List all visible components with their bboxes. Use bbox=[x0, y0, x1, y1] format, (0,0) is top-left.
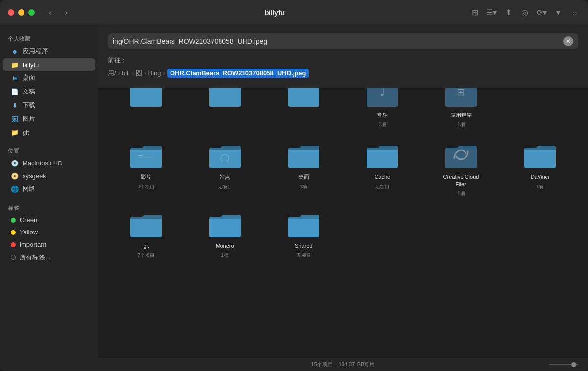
sidebar-label-all-tags: 所有标签... bbox=[20, 253, 50, 262]
goto-input-row: ✕ bbox=[108, 33, 578, 49]
goto-input[interactable] bbox=[113, 37, 564, 45]
sysgeek-icon: 📀 bbox=[11, 172, 19, 180]
git-folder-count: 7个项目 bbox=[138, 252, 155, 259]
file-item-git[interactable]: git 7个项目 bbox=[108, 205, 185, 263]
apps-folder-count: 1项 bbox=[457, 121, 465, 128]
more-button[interactable]: ▾ bbox=[553, 7, 564, 18]
sidebar-item-network[interactable]: 🌐 网络 bbox=[3, 182, 95, 196]
file-item-cache[interactable]: Cache 无项目 bbox=[344, 136, 421, 201]
sidebar-label-machd: Macintosh HD bbox=[23, 160, 63, 167]
search-button[interactable]: ⌕ bbox=[569, 7, 580, 18]
sites-folder-svg bbox=[207, 141, 243, 170]
git-folder-icon: 📁 bbox=[11, 128, 19, 136]
share-button[interactable]: ⬆ bbox=[503, 7, 514, 18]
minimize-button[interactable] bbox=[18, 9, 24, 16]
bc-item-bing[interactable]: Bing bbox=[148, 70, 161, 77]
all-tags-dot bbox=[11, 255, 16, 260]
sidebar-label-billyfu: billyfu bbox=[23, 61, 39, 69]
tag-button[interactable]: ◎ bbox=[519, 7, 530, 18]
svg-rect-0 bbox=[138, 155, 143, 156]
file-item-cc[interactable]: Creative Cloud Files 1项 bbox=[423, 136, 500, 201]
sidebar-label-git: git bbox=[23, 129, 29, 136]
goto-bar: ✕ 前往： 用/ › bill › 图 › Bing › OHR.ClamBea… bbox=[98, 25, 588, 88]
file-item-movies[interactable]: 影片 3个项目 bbox=[108, 136, 185, 201]
bc-item-bill[interactable]: bill bbox=[122, 70, 130, 77]
sidebar-item-machd[interactable]: 💿 Macintosh HD bbox=[3, 157, 95, 169]
shared-folder-name: Shared bbox=[295, 242, 312, 249]
sidebar-item-billyfu[interactable]: 📁 billyfu bbox=[3, 58, 95, 71]
close-button[interactable] bbox=[8, 9, 14, 16]
zoom-slider[interactable] bbox=[549, 364, 578, 365]
tags-section-title: 标签 bbox=[0, 201, 98, 214]
back-button[interactable]: ‹ bbox=[45, 7, 56, 19]
sidebar: 个人收藏 ♣ 应用程序 📁 billyfu 🖥 桌面 📄 文稿 ⬇ 下载 bbox=[0, 25, 98, 371]
sidebar-item-important[interactable]: important bbox=[3, 238, 95, 251]
sidebar-item-docs[interactable]: 📄 文稿 bbox=[3, 85, 95, 98]
file-item-desktop[interactable]: 桌面 1项 bbox=[265, 136, 342, 201]
goto-label: 前往： bbox=[108, 56, 578, 65]
sidebar-item-downloads[interactable]: ⬇ 下载 bbox=[3, 98, 95, 112]
sidebar-item-green[interactable]: Green bbox=[3, 214, 95, 226]
sidebar-label-docs: 文稿 bbox=[23, 87, 35, 96]
locations-section-title: 位置 bbox=[0, 143, 98, 157]
statusbar: 15个项目，134.37 GB可用 bbox=[98, 357, 588, 371]
movies-folder-name: 影片 bbox=[141, 173, 151, 180]
sidebar-label-pictures: 图片 bbox=[23, 115, 35, 123]
bc-item-file[interactable]: OHR.ClamBears_ROW2103708058_UHD.jpeg bbox=[167, 69, 309, 78]
folder-icon: 📁 bbox=[11, 61, 19, 69]
forward-button[interactable]: › bbox=[60, 7, 72, 19]
bc-arrow-2: › bbox=[132, 70, 134, 77]
window-title: billyfu bbox=[80, 9, 469, 17]
status-text: 15个项目，134.37 GB可用 bbox=[311, 361, 375, 368]
bc-item-tu[interactable]: 图 bbox=[136, 69, 142, 78]
sidebar-item-pictures[interactable]: 🖼 图片 bbox=[3, 112, 95, 126]
goto-clear-button[interactable]: ✕ bbox=[564, 36, 573, 46]
cache-folder-name: Cache bbox=[374, 173, 390, 180]
file-item-shared[interactable]: Shared 无项目 bbox=[265, 205, 342, 263]
sidebar-item-yellow[interactable]: Yellow bbox=[3, 226, 95, 238]
nav-buttons: ‹ › bbox=[45, 7, 72, 19]
monero-folder-name: Monero bbox=[216, 242, 234, 249]
sidebar-item-all-tags[interactable]: 所有标签... bbox=[3, 251, 95, 264]
cc-logo-icon bbox=[452, 146, 470, 163]
movies-folder-svg bbox=[128, 141, 164, 170]
desktop-folder-name: 桌面 bbox=[298, 173, 309, 180]
music-folder-count: 1项 bbox=[379, 121, 387, 128]
sidebar-item-apps[interactable]: ♣ 应用程序 bbox=[3, 45, 95, 58]
davinci-folder-name: DaVinci bbox=[531, 173, 549, 180]
action-button[interactable]: ⟳▾ bbox=[536, 7, 547, 18]
sidebar-item-desktop[interactable]: 🖥 桌面 bbox=[3, 71, 95, 85]
slider-track bbox=[549, 364, 578, 365]
sidebar-label-desktop: 桌面 bbox=[23, 73, 35, 82]
file-item-davinci[interactable]: DaVinci 1项 bbox=[501, 136, 578, 201]
maximize-button[interactable] bbox=[28, 9, 35, 16]
content-area: ✕ 前往： 用/ › bill › 图 › Bing › OHR.ClamBea… bbox=[98, 25, 588, 371]
bc-arrow-4: › bbox=[163, 70, 165, 77]
shared-folder-svg bbox=[286, 210, 321, 239]
cc-folder-name: Creative Cloud Files bbox=[443, 173, 479, 187]
icon-view-button[interactable]: ⊞ bbox=[469, 7, 480, 18]
apps-folder-name: 应用程序 bbox=[450, 112, 472, 118]
sidebar-label-important: important bbox=[20, 241, 46, 248]
yellow-tag-dot bbox=[11, 230, 16, 235]
file-item-sites[interactable]: 站点 无项目 bbox=[187, 136, 264, 201]
davinci-folder-count: 1项 bbox=[536, 184, 544, 190]
goto-breadcrumb: 用/ › bill › 图 › Bing › OHR.ClamBears_ROW… bbox=[108, 69, 578, 78]
monero-folder-count: 1项 bbox=[221, 252, 229, 259]
sidebar-item-sysgeek[interactable]: 📀 sysgeek bbox=[3, 169, 95, 182]
list-view-button[interactable]: ☰▾ bbox=[486, 7, 497, 18]
bc-item-root[interactable]: 用/ bbox=[108, 69, 116, 78]
main-layout: 个人收藏 ♣ 应用程序 📁 billyfu 🖥 桌面 📄 文稿 ⬇ 下载 bbox=[0, 25, 588, 371]
pictures-icon: 🖼 bbox=[11, 115, 19, 123]
music-folder-name: 音乐 bbox=[377, 112, 388, 118]
file-item-monero[interactable]: Monero 1项 bbox=[187, 205, 264, 263]
desktop-icon: 🖥 bbox=[11, 74, 19, 82]
sidebar-label-yellow: Yellow bbox=[20, 229, 38, 236]
sidebar-item-git[interactable]: 📁 git bbox=[3, 126, 95, 139]
green-tag-dot bbox=[11, 218, 16, 223]
apps-icon: ♣ bbox=[11, 47, 19, 55]
docs-icon: 📄 bbox=[11, 88, 19, 95]
sites-folder-count: 无项目 bbox=[218, 184, 232, 190]
bc-arrow-1: › bbox=[118, 70, 120, 77]
cache-folder-svg bbox=[365, 141, 400, 170]
